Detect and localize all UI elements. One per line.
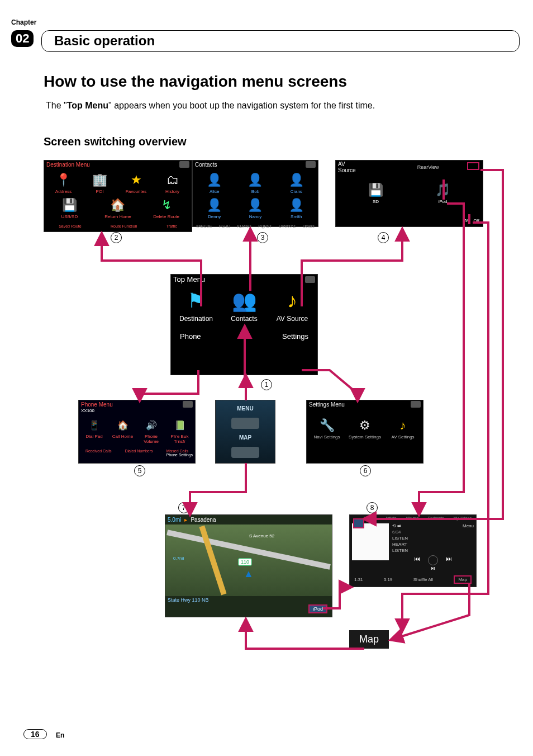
- usb-sd-label: USB/SD: [61, 214, 78, 219]
- favourites-item[interactable]: ★Favourites: [120, 172, 153, 194]
- phone-volume-item[interactable]: 🔊Phone Volume: [138, 417, 165, 444]
- navi-settings-label: Navi Settings: [313, 434, 340, 440]
- pb-transfer-item[interactable]: 📗Ph'e Buk Trnsfr: [166, 417, 193, 444]
- gear-icon: ⚙: [357, 418, 373, 433]
- prev-button[interactable]: ⏮: [414, 555, 420, 565]
- status-bar: State Hwy 110 NB: [168, 597, 209, 603]
- alpha-tab[interactable]: FGHIJ: [219, 224, 230, 228]
- callout-1: 1: [261, 379, 272, 390]
- phone-settings-link[interactable]: Phone Settings: [79, 453, 195, 457]
- intro-suffix: " appears when you boot up the navigatio…: [108, 101, 375, 110]
- saved-route-tab[interactable]: Saved Route: [59, 224, 81, 228]
- traffic-tab[interactable]: Traffic: [166, 224, 177, 228]
- received-calls-tab[interactable]: Received Calls: [85, 449, 112, 453]
- av-source-title: AV Source: [338, 161, 356, 173]
- settings-button[interactable]: Settings: [282, 332, 308, 341]
- delete-route-item[interactable]: ↯Delete Route: [150, 197, 183, 219]
- contacts-item[interactable]: 👥Contacts: [222, 288, 266, 323]
- alpha-tab[interactable]: PQRST: [258, 224, 272, 228]
- contact-item[interactable]: 👤Alice: [198, 172, 231, 194]
- av-source-label: AV Source: [277, 315, 308, 323]
- ipod-badge[interactable]: iPod: [308, 604, 327, 613]
- back-icon[interactable]: [305, 276, 315, 283]
- alpha-tab[interactable]: #ABCDE: [196, 224, 212, 228]
- contact-item[interactable]: 👤Nancy: [239, 197, 272, 219]
- play-button[interactable]: ⏯: [392, 565, 474, 571]
- back-icon[interactable]: [411, 401, 421, 408]
- tab-podcasts[interactable]: Podcasts: [428, 516, 444, 520]
- tab-artists[interactable]: Artists: [386, 516, 396, 520]
- back-icon[interactable]: [179, 161, 189, 168]
- menu-button[interactable]: [231, 418, 259, 429]
- history-item[interactable]: 🗂History: [156, 172, 189, 194]
- ipod-highlight: [442, 179, 445, 200]
- destination-item[interactable]: ⚑Destination: [174, 288, 218, 323]
- system-settings-item[interactable]: ⚙System Settings: [347, 418, 383, 440]
- wrench-icon: 🔧: [319, 418, 335, 433]
- contact-label: Bob: [251, 189, 259, 194]
- music-settings-icon: ♪: [395, 418, 411, 433]
- phone-menu-title: Phone Menu: [81, 401, 113, 408]
- rearview-button[interactable]: RearView: [417, 164, 439, 170]
- hwy-badge: 110: [238, 558, 252, 566]
- av-source-screenshot: AV Source RearView 💾SD 🎵iPod AV Off: [335, 160, 483, 227]
- callout-5: 5: [134, 465, 145, 476]
- dialed-numbers-tab[interactable]: Dialed Numbers: [125, 449, 153, 453]
- map-button[interactable]: [231, 447, 259, 458]
- address-icon: 📍: [56, 172, 72, 188]
- map-canvas[interactable]: S Avenue 52 110 0.7mi ▲: [165, 525, 332, 596]
- back-icon[interactable]: [183, 401, 193, 408]
- alpha-tab[interactable]: Others: [303, 224, 315, 228]
- map-button[interactable]: Map: [454, 575, 472, 584]
- contact-item[interactable]: 👤Denny: [198, 197, 231, 219]
- dial-pad-label: Dial Pad: [85, 434, 102, 439]
- phone-button[interactable]: Phone: [180, 332, 201, 341]
- intro-bold: Top Menu: [67, 101, 108, 110]
- call-home-item[interactable]: 🏠Call Home: [110, 417, 136, 444]
- poi-item[interactable]: 🏢POI: [83, 172, 117, 194]
- route-function-tab[interactable]: Route Function: [111, 224, 137, 228]
- menu-link[interactable]: Menu: [463, 523, 474, 528]
- star-icon: ★: [129, 172, 144, 188]
- address-item[interactable]: 📍Address: [47, 172, 80, 194]
- back-icon[interactable]: [306, 161, 316, 168]
- loop-icon[interactable]: ⟲ ⇄: [392, 523, 401, 528]
- menu-button-label[interactable]: MENU: [237, 405, 253, 412]
- back-icon[interactable]: [353, 518, 364, 528]
- contact-item[interactable]: 👤Crans: [279, 172, 313, 194]
- callout-6: 6: [360, 465, 371, 476]
- missed-calls-tab[interactable]: Missed Calls: [166, 449, 188, 453]
- ipod-label: iPod: [438, 199, 447, 204]
- tab-videos[interactable]: My Videos: [453, 516, 472, 520]
- map-button-label[interactable]: MAP: [239, 434, 251, 441]
- contact-item[interactable]: 👤Smith: [279, 197, 313, 219]
- navi-settings-item[interactable]: 🔧Navi Settings: [309, 418, 345, 440]
- contact-item[interactable]: 👤Bob: [239, 172, 272, 194]
- tab-albums[interactable]: Albums: [406, 516, 418, 520]
- distance-label: 5.0mi: [168, 517, 181, 523]
- av-settings-label: AV Settings: [391, 434, 414, 440]
- alpha-tab[interactable]: KLMNO: [237, 224, 251, 228]
- av-source-item[interactable]: ♪AV Source: [270, 288, 315, 323]
- return-home-item[interactable]: 🏠Return Home: [101, 197, 135, 219]
- av-settings-item[interactable]: ♪AV Settings: [385, 418, 421, 440]
- tab-genres[interactable]: Genres: [364, 516, 377, 520]
- favourites-label: Favourites: [126, 189, 146, 194]
- next-button[interactable]: ⏭: [446, 555, 452, 565]
- contact-label: Nancy: [249, 214, 262, 219]
- history-label: History: [165, 189, 179, 194]
- usb-sd-item[interactable]: 💾USB/SD: [53, 197, 86, 219]
- dial-pad-item[interactable]: 📱Dial Pad: [81, 417, 108, 444]
- sd-label: SD: [373, 199, 379, 204]
- home-icon: 🏠: [110, 197, 126, 213]
- alpha-tab[interactable]: UVWXYZ: [279, 224, 296, 228]
- system-settings-label: System Settings: [349, 434, 381, 440]
- pb-transfer-label: Ph'e Buk Trnsfr: [166, 434, 193, 444]
- duration-label: 3:19: [384, 577, 393, 582]
- map-label: Map: [349, 630, 389, 649]
- arrow-overlay: [0, 0, 533, 756]
- meta-line: LISTEN: [392, 536, 474, 541]
- shuffle-button[interactable]: Shuffle All: [413, 577, 433, 582]
- settings-menu-screenshot: Settings Menu 🔧Navi Settings ⚙System Set…: [306, 400, 423, 464]
- sd-item[interactable]: 💾SD: [359, 182, 393, 204]
